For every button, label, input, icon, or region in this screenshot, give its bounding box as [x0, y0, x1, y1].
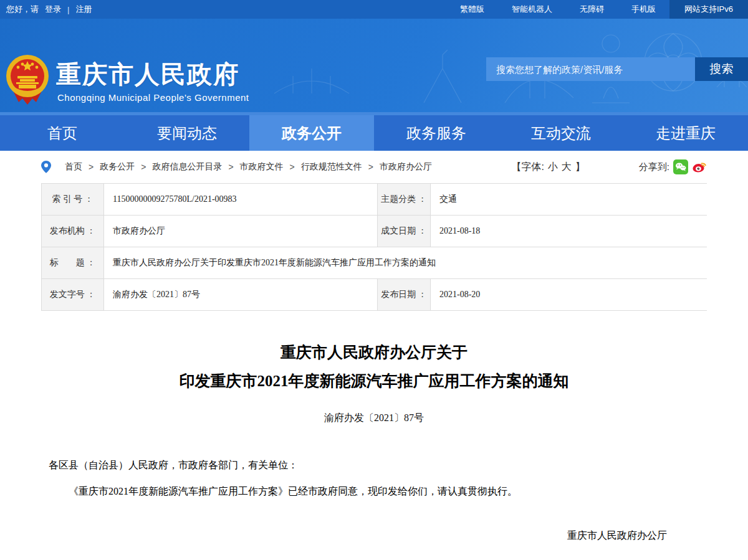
written-date-label: 成文日期 ：: [377, 216, 431, 247]
breadcrumb-normative-documents[interactable]: 行政规范性文件: [301, 161, 362, 173]
topic-category-value: 交通: [431, 184, 707, 215]
written-date-value: 2021-08-18: [431, 216, 707, 247]
topic-category-label: 主题分类 ：: [377, 184, 431, 215]
breadcrumb: 首页 > 政务公开 > 政府信息公开目录 > 市政府文件 > 行政规范性文件 >…: [41, 161, 432, 173]
breadcrumb-gov-disclosure[interactable]: 政务公开: [100, 161, 135, 173]
breadcrumb-info-catalog[interactable]: 政府信息公开目录: [152, 161, 222, 173]
document-paragraph: 《重庆市2021年度新能源汽车推广应用工作方案》已经市政府同意，现印发给你们，请…: [49, 483, 699, 500]
index-number-value: 11500000009275780L/2021-00983: [104, 184, 377, 215]
login-link[interactable]: 登录: [45, 4, 61, 15]
table-row: 标 题 ： 重庆市人民政府办公厅关于印发重庆市2021年度新能源汽车推广应用工作…: [42, 247, 706, 279]
signature-block: 重庆市人民政府办公厅 2021年8月18日: [567, 529, 667, 560]
breadcrumb-separator: >: [89, 162, 94, 172]
table-row: 发文字号 ： 渝府办发〔2021〕87号 发布日期 ： 2021-08-20: [42, 279, 706, 311]
main-navigation: 首页 要闻动态 政务公开 政务服务 互动交流 走进重庆: [0, 112, 748, 151]
doc-number-label: 发文字号 ：: [42, 279, 104, 310]
breadcrumb-row: 首页 > 政务公开 > 政府信息公开目录 > 市政府文件 > 行政规范性文件 >…: [41, 151, 707, 183]
breadcrumb-separator: >: [141, 162, 146, 172]
document-title-line2: 印发重庆市2021年度新能源汽车推广应用工作方案的通知: [41, 367, 707, 396]
weibo-share-icon[interactable]: [692, 159, 707, 174]
topbar-separator: |: [67, 5, 69, 14]
breadcrumb-home[interactable]: 首页: [65, 161, 82, 173]
document-paragraph: 各区县（自治县）人民政府，市政府各部门，有关单位：: [49, 457, 699, 473]
site-title: 重庆市人民政府: [56, 57, 239, 92]
accessibility-link[interactable]: 无障碍: [566, 0, 618, 19]
font-smaller-button[interactable]: 小: [548, 161, 558, 174]
font-control-suffix: 】: [575, 161, 585, 174]
search-button[interactable]: 搜索: [695, 57, 748, 81]
publish-date-label: 发布日期 ：: [377, 279, 431, 310]
greeting-text: 您好，请: [6, 4, 39, 15]
search-input[interactable]: [486, 57, 695, 81]
title-label: 标 题 ：: [42, 247, 104, 278]
share-controls: 分享到:: [639, 159, 707, 174]
site-search: 搜索: [486, 57, 748, 81]
traditional-chinese-link[interactable]: 繁體版: [446, 0, 498, 19]
wechat-share-icon[interactable]: [673, 159, 688, 174]
smart-robot-link[interactable]: 智能机器人: [498, 0, 566, 19]
signature-agency: 重庆市人民政府办公厅: [567, 529, 667, 543]
document-title-line1: 重庆市人民政府办公厅关于: [41, 338, 707, 367]
document-number: 渝府办发〔2021〕87号: [41, 412, 707, 425]
breadcrumb-separator: >: [368, 162, 373, 172]
breadcrumb-gov-office[interactable]: 市政府办公厅: [380, 161, 432, 173]
font-size-control: 【字体: 小 大 】: [511, 161, 585, 174]
nav-item-gov-disclosure[interactable]: 政务公开: [249, 115, 374, 151]
font-larger-button[interactable]: 大: [562, 161, 572, 174]
publish-date-value: 2021-08-20: [431, 279, 707, 310]
site-subtitle: Chongqing Municipal People's Government: [57, 92, 249, 103]
font-control-prefix: 【字体:: [511, 161, 544, 174]
table-row: 发布机构 ： 市政府办公厅 成文日期 ： 2021-08-18: [42, 216, 706, 247]
nav-item-home[interactable]: 首页: [0, 115, 125, 151]
mobile-version-link[interactable]: 手机版: [618, 0, 669, 19]
issuing-agency-value: 市政府办公厅: [104, 216, 377, 247]
breadcrumb-gov-documents[interactable]: 市政府文件: [240, 161, 284, 173]
nav-item-news[interactable]: 要闻动态: [125, 115, 249, 151]
doc-number-value: 渝府办发〔2021〕87号: [104, 279, 377, 310]
site-header: 重庆市人民政府 Chongqing Municipal People's Gov…: [0, 19, 748, 112]
register-link[interactable]: 注册: [75, 4, 92, 15]
breadcrumb-separator: >: [290, 162, 295, 172]
top-utility-bar: 您好，请 登录 | 注册 繁體版 智能机器人 无障碍 手机版 网站支持IPv6: [0, 0, 748, 19]
document-body: 重庆市人民政府办公厅关于 印发重庆市2021年度新能源汽车推广应用工作方案的通知…: [41, 338, 707, 560]
ipv6-support-badge[interactable]: 网站支持IPv6: [669, 0, 748, 19]
share-label: 分享到:: [639, 161, 669, 173]
nav-item-interaction[interactable]: 互动交流: [499, 115, 623, 151]
nav-item-gov-services[interactable]: 政务服务: [374, 115, 499, 151]
table-row: 索 引 号 ： 11500000009275780L/2021-00983 主题…: [42, 184, 706, 216]
title-value: 重庆市人民政府办公厅关于印发重庆市2021年度新能源汽车推广应用工作方案的通知: [104, 247, 707, 278]
document-meta-table: 索 引 号 ： 11500000009275780L/2021-00983 主题…: [41, 183, 707, 311]
location-pin-icon: [41, 161, 51, 173]
nav-item-about-chongqing[interactable]: 走进重庆: [623, 115, 748, 151]
issuing-agency-label: 发布机构 ：: [42, 216, 104, 247]
index-number-label: 索 引 号 ：: [42, 184, 104, 215]
national-emblem-logo: [5, 54, 50, 106]
breadcrumb-separator: >: [228, 162, 233, 172]
